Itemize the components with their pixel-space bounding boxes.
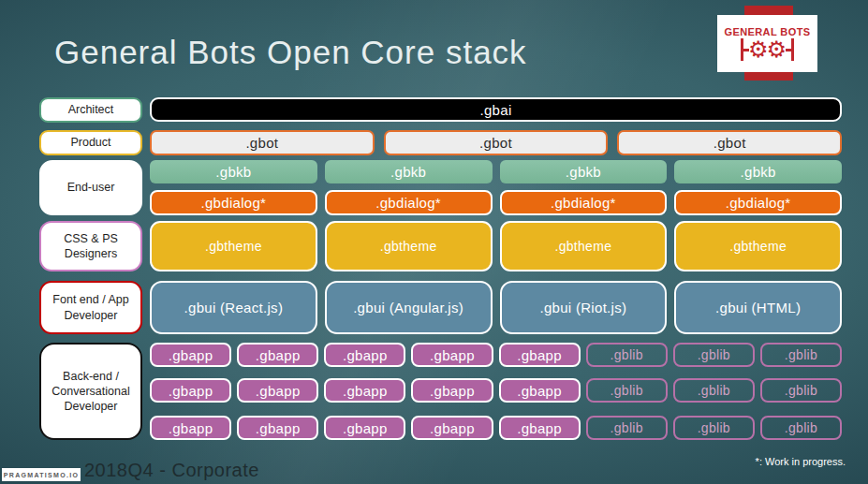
gbui-box: .gbui (HTML)	[674, 281, 842, 334]
gbapp-box: .gbapp	[150, 378, 231, 403]
gbtheme-box: .gbtheme	[500, 221, 668, 271]
gbapp-box: .gbapp	[411, 378, 493, 403]
page-title: General Bots Open Core stack	[54, 34, 527, 71]
role-label-back-end-conversational-developer: Back-end / Conversational Developer	[39, 343, 142, 440]
gbkb-box: .gbkb	[150, 160, 317, 183]
gbai-box: .gbai	[150, 97, 842, 122]
gbapp-box: .gbapp	[499, 343, 581, 367]
gblib-box: .gblib	[586, 343, 668, 367]
gblib-box: .gblib	[760, 378, 842, 403]
gbapp-box: .gbapp	[150, 416, 231, 440]
stack-row-knowledge-base: .gbkb.gbkb.gbkb.gbkb	[150, 160, 842, 183]
general-bots-logo: GENERAL BOTS ⚙⚙	[717, 15, 817, 72]
gbdialog-box: .gbdialog*	[674, 190, 842, 215]
gblib-box: .gblib	[760, 416, 842, 440]
gbot-box: .gbot	[617, 130, 842, 155]
stack-row-architecture: .gbai	[150, 97, 842, 122]
gblib-box: .gblib	[673, 416, 755, 440]
gear-frame-line	[791, 38, 794, 61]
gbapp-box: .gbapp	[324, 378, 405, 403]
gbapp-box: .gbapp	[324, 343, 405, 367]
stack-row-apps-row-1: .gbapp.gbapp.gbapp.gbapp.gbapp.gblib.gbl…	[150, 343, 842, 367]
gbapp-box: .gbapp	[411, 416, 493, 440]
gbkb-box: .gbkb	[674, 160, 842, 183]
gbkb-box: .gbkb	[325, 160, 493, 183]
gear-icon: ⚙	[767, 38, 787, 61]
gbui-box: .gbui (Angular.js)	[325, 281, 493, 334]
stack-row-apps-row-3: .gbapp.gbapp.gbapp.gbapp.gbapp.gblib.gbl…	[150, 416, 842, 440]
stack-row-apps-row-2: .gbapp.gbapp.gbapp.gbapp.gbapp.gblib.gbl…	[150, 378, 842, 403]
footnote: *: Work in progress.	[756, 456, 846, 467]
gbapp-box: .gbapp	[499, 378, 581, 403]
role-label-end-user: End-user	[39, 160, 142, 215]
stack-row-ui: .gbui (React.js).gbui (Angular.js).gbui …	[150, 281, 842, 334]
gbapp-box: .gbapp	[324, 416, 405, 440]
gbapp-box: .gbapp	[237, 416, 318, 440]
role-label-css-ps-designers: CSS & PS Designers	[39, 221, 142, 271]
gbui-box: .gbui (React.js)	[150, 281, 317, 334]
gblib-box: .gblib	[673, 343, 755, 367]
role-label-architect: Architect	[39, 97, 142, 123]
gblib-box: .gblib	[760, 343, 842, 367]
stack-row-theme: .gbtheme.gbtheme.gbtheme.gbtheme	[150, 221, 842, 271]
gbdialog-box: .gbdialog*	[325, 190, 493, 215]
gbui-box: .gbui (Riot.js)	[500, 281, 668, 334]
stack-row-dialog: .gbdialog*.gbdialog*.gbdialog*.gbdialog*	[150, 190, 842, 215]
gbkb-box: .gbkb	[500, 160, 668, 183]
gbapp-box: .gbapp	[411, 343, 493, 367]
slide-background: General Bots Open Core stack GENERAL BOT…	[0, 0, 868, 484]
role-label-front-end-app-developer: Font end / App Developer	[39, 281, 142, 334]
role-label-product: Product	[39, 130, 142, 155]
gbdialog-box: .gbdialog*	[500, 190, 668, 215]
footer-caption: 2018Q4 - Corporate	[84, 460, 259, 481]
gear-icon: ⚙	[748, 38, 769, 61]
gbapp-box: .gbapp	[237, 343, 318, 367]
gbtheme-box: .gbtheme	[150, 221, 317, 271]
gblib-box: .gblib	[586, 378, 668, 403]
gbapp-box: .gbapp	[150, 343, 231, 367]
gears-icon: ⚙⚙	[741, 38, 794, 61]
pragmatismo-logo: PRAGMATISMO.IO	[2, 468, 81, 481]
gblib-box: .gblib	[586, 416, 668, 440]
gbdialog-box: .gbdialog*	[150, 190, 317, 215]
gbtheme-box: .gbtheme	[325, 221, 493, 271]
gbot-box: .gbot	[150, 130, 375, 155]
gbapp-box: .gbapp	[237, 378, 318, 403]
gbot-box: .gbot	[384, 130, 609, 155]
gbtheme-box: .gbtheme	[674, 221, 842, 271]
gblib-box: .gblib	[673, 378, 755, 403]
stack-row-product: .gbot.gbot.gbot	[150, 130, 842, 155]
gbapp-box: .gbapp	[499, 416, 581, 440]
